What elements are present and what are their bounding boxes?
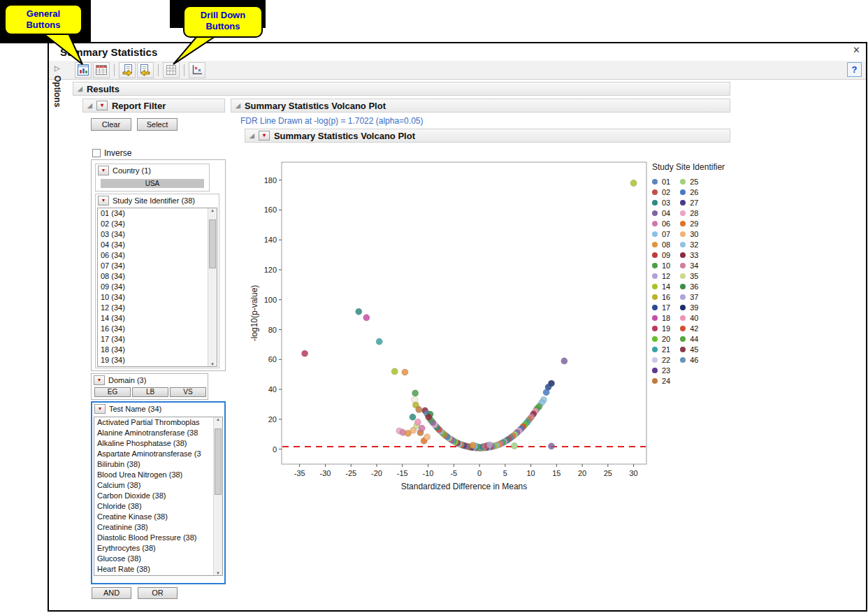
- and-button[interactable]: AND: [92, 587, 131, 599]
- legend-item[interactable]: 20: [652, 333, 670, 344]
- data-point[interactable]: [543, 389, 549, 396]
- legend-item[interactable]: 01: [652, 176, 670, 187]
- data-table-icon[interactable]: [93, 62, 110, 78]
- results-section-header[interactable]: ◢ Results: [73, 82, 730, 96]
- site-list-item[interactable]: 18 (34): [98, 345, 217, 355]
- legend-item[interactable]: 46: [680, 354, 698, 365]
- test-name-menu-icon[interactable]: ▾: [94, 404, 106, 414]
- legend-item[interactable]: 14: [652, 281, 670, 291]
- data-point[interactable]: [486, 442, 493, 448]
- scroll-track[interactable]: [214, 421, 222, 571]
- test-list-item[interactable]: Blood Urea Nitrogen (38): [94, 470, 222, 480]
- domain-button-vs[interactable]: VS: [170, 387, 206, 397]
- collapse-icon[interactable]: ◢: [249, 133, 254, 139]
- site-list-item[interactable]: 17 (34): [98, 334, 217, 345]
- test-list-scrollbar[interactable]: ▲ ▼: [213, 417, 222, 575]
- legend-item[interactable]: 42: [680, 323, 698, 333]
- journal-add-icon[interactable]: [137, 62, 154, 78]
- test-list-item[interactable]: Creatine Kinase (38): [94, 512, 222, 522]
- site-list-item[interactable]: 03 (34): [98, 229, 217, 240]
- legend-item[interactable]: 21: [652, 344, 670, 354]
- legend-item[interactable]: 17: [652, 302, 670, 312]
- legend-item[interactable]: 26: [680, 187, 698, 197]
- legend-item[interactable]: 27: [680, 197, 698, 208]
- site-list-item[interactable]: 01 (34): [98, 208, 217, 219]
- test-list-item[interactable]: Alkaline Phosphatase (38): [94, 438, 222, 449]
- legend-item[interactable]: 29: [680, 218, 698, 229]
- legend-item[interactable]: 35: [680, 271, 698, 281]
- site-list-item[interactable]: 07 (34): [98, 261, 217, 271]
- site-list-item[interactable]: 14 (34): [98, 313, 217, 324]
- legend-item[interactable]: 02: [652, 187, 670, 197]
- legend-item[interactable]: 24: [652, 375, 670, 386]
- site-list-item[interactable]: 04 (34): [98, 240, 217, 250]
- legend-item[interactable]: 10: [652, 260, 670, 271]
- report-filter-menu-icon[interactable]: ▾: [96, 101, 108, 110]
- legend-item[interactable]: 22: [652, 354, 670, 365]
- site-list-item[interactable]: 12 (34): [98, 303, 217, 313]
- data-point[interactable]: [402, 369, 408, 375]
- legend-item[interactable]: 09: [652, 250, 670, 260]
- data-point[interactable]: [561, 358, 567, 364]
- site-list-item[interactable]: 19 (34): [98, 355, 217, 366]
- inverse-checkbox[interactable]: [92, 149, 101, 157]
- help-button[interactable]: ?: [847, 62, 862, 77]
- report-filter-header[interactable]: ◢ ▾ Report Filter: [82, 99, 225, 113]
- clear-button[interactable]: Clear: [91, 118, 131, 131]
- legend-item[interactable]: 39: [680, 302, 698, 312]
- data-point[interactable]: [470, 442, 476, 448]
- legend-item[interactable]: 34: [680, 260, 698, 271]
- test-list-item[interactable]: Calcium (38): [94, 480, 222, 491]
- site-list-scrollbar[interactable]: ▲ ▼: [208, 208, 217, 366]
- test-list-item[interactable]: Glucose (38): [94, 554, 222, 564]
- test-list-item[interactable]: Aspartate Aminotransferase (3: [94, 449, 222, 459]
- site-list-item[interactable]: 02 (34): [98, 219, 217, 229]
- scroll-thumb[interactable]: [215, 428, 222, 495]
- site-list-item[interactable]: 08 (34): [98, 271, 217, 282]
- data-point[interactable]: [419, 425, 425, 431]
- collapse-icon[interactable]: ◢: [78, 86, 82, 92]
- data-point[interactable]: [301, 350, 308, 356]
- legend-item[interactable]: 23: [652, 365, 670, 375]
- test-list-item[interactable]: Bilirubin (38): [94, 459, 222, 470]
- options-tab[interactable]: Options: [52, 75, 62, 107]
- site-list-item[interactable]: 06 (34): [98, 250, 217, 261]
- legend-item[interactable]: 33: [680, 250, 698, 260]
- legend-item[interactable]: 07: [652, 229, 670, 239]
- legend-item[interactable]: 36: [680, 281, 698, 291]
- volcano-plot-svg[interactable]: 020406080100120140160180-35-30-25-20-15-…: [248, 157, 652, 493]
- legend-item[interactable]: 44: [680, 333, 698, 344]
- legend-item[interactable]: 03: [652, 197, 670, 208]
- legend-item[interactable]: 18: [652, 312, 670, 323]
- legend-item[interactable]: 32: [680, 239, 698, 250]
- legend-item[interactable]: 37: [680, 291, 698, 302]
- data-point[interactable]: [391, 368, 398, 375]
- site-list-item[interactable]: 10 (34): [98, 292, 217, 303]
- test-list-item[interactable]: Heart Rate (38): [94, 564, 222, 575]
- scroll-down-icon[interactable]: ▼: [210, 362, 215, 366]
- legend-item[interactable]: 06: [652, 218, 670, 229]
- volcano-plot-header[interactable]: ◢ ▾ Summary Statistics Volcano Plot: [245, 129, 730, 143]
- data-point[interactable]: [412, 390, 419, 396]
- test-list-item[interactable]: Carbon Dioxide (38): [94, 491, 222, 501]
- legend-item[interactable]: 45: [680, 344, 698, 354]
- data-point[interactable]: [410, 414, 416, 420]
- legend-item[interactable]: 28: [680, 208, 698, 218]
- site-list-item[interactable]: 16 (34): [98, 324, 217, 334]
- volcano-section-header[interactable]: ◢ Summary Statistics Volcano Plot: [231, 99, 730, 113]
- scroll-track[interactable]: [208, 212, 217, 362]
- legend-item[interactable]: 25: [680, 176, 698, 187]
- test-list-item[interactable]: Chloride (38): [94, 501, 222, 512]
- country-menu-icon[interactable]: ▾: [98, 166, 109, 175]
- site-menu-icon[interactable]: ▾: [98, 196, 109, 205]
- country-selected-item[interactable]: USA: [101, 179, 204, 188]
- data-point[interactable]: [356, 308, 362, 315]
- site-list-item[interactable]: 09 (34): [98, 282, 217, 292]
- data-point[interactable]: [511, 442, 517, 449]
- test-list-item[interactable]: Diastolic Blood Pressure (38): [94, 533, 222, 543]
- or-button[interactable]: OR: [138, 587, 178, 599]
- collapse-icon[interactable]: ◢: [236, 103, 240, 109]
- legend-item[interactable]: 04: [652, 208, 670, 218]
- data-point[interactable]: [414, 419, 421, 425]
- test-list-item[interactable]: Erythrocytes (38): [94, 543, 222, 554]
